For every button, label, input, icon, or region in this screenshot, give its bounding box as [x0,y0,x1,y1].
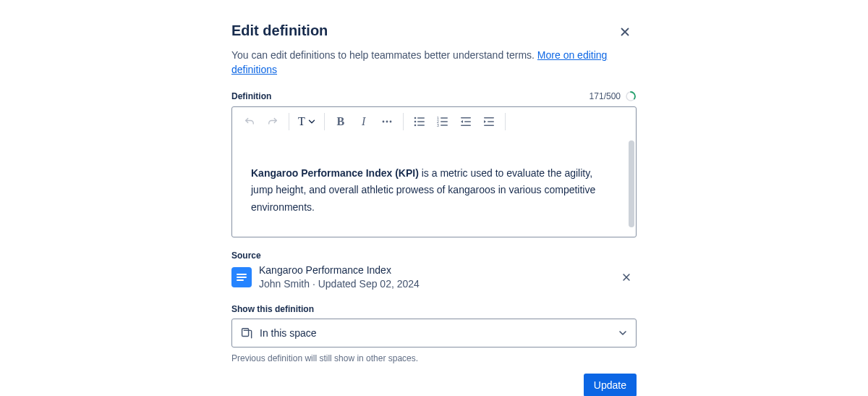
source-title: Kangaroo Performance Index [259,264,609,277]
more-horizontal-icon [381,116,393,127]
indent-button[interactable] [477,110,501,133]
svg-rect-14 [441,121,448,122]
svg-rect-10 [417,125,425,126]
source-meta: John Smith · Updated Sep 02, 2024 [259,277,609,291]
scope-label: Show this definition [231,304,637,314]
text-style-dropdown[interactable]: T [294,110,320,133]
svg-point-4 [389,120,391,122]
redo-icon [266,115,279,128]
edit-definition-dialog: Edit definition You can edit definitions… [231,16,637,396]
scope-helper-text: Previous definition will still show in o… [231,353,637,363]
close-button[interactable] [613,20,637,43]
close-icon [619,26,631,38]
toolbar-separator [403,113,404,130]
outdent-icon [459,115,472,128]
toolbar-separator [324,113,325,130]
dialog-title: Edit definition [231,22,328,39]
svg-rect-16 [441,125,448,126]
svg-rect-23 [242,328,249,336]
svg-rect-18 [464,121,471,122]
svg-point-2 [382,120,384,122]
svg-point-9 [414,124,416,126]
pages-icon [239,327,252,340]
editor-scrollbar[interactable] [629,140,634,227]
more-formatting-button[interactable] [375,110,399,133]
definition-text: Kangaroo Performance Index (KPI) is a me… [251,165,607,216]
svg-point-5 [414,117,416,119]
bullet-list-button[interactable] [408,110,431,133]
bold-icon: B [336,115,344,128]
text-style-icon: T [298,115,305,128]
update-button[interactable]: Update [584,374,637,396]
definition-label: Definition [231,91,271,101]
subtitle-text: You can edit definitions to help teammat… [231,49,537,61]
scope-selected-value: In this space [260,327,610,339]
definition-editor: T B I 123 [231,106,637,237]
dialog-subtitle: You can edit definitions to help teammat… [231,48,637,77]
source-item: Kangaroo Performance Index John Smith · … [231,261,637,292]
svg-point-3 [386,120,388,122]
undo-button[interactable] [238,110,261,133]
svg-point-7 [414,120,416,122]
char-counter-ring-icon [625,90,637,102]
svg-rect-17 [461,117,471,119]
scope-select[interactable]: In this space [231,319,637,347]
svg-rect-19 [461,125,471,126]
remove-source-button[interactable] [616,267,637,287]
chevron-down-icon [617,327,629,339]
chevron-down-icon [307,117,317,127]
document-icon [231,267,252,287]
bullet-list-icon [413,115,426,128]
svg-rect-20 [484,117,494,119]
editor-toolbar: T B I 123 [232,107,636,136]
bold-button[interactable]: B [329,110,352,133]
indent-icon [482,115,495,128]
undo-icon [243,115,256,128]
char-counter-text: 171/500 [590,91,621,101]
svg-rect-21 [488,121,494,122]
svg-rect-6 [417,117,425,119]
italic-button[interactable]: I [352,110,375,133]
source-label: Source [231,250,637,261]
toolbar-separator [289,113,289,130]
svg-rect-12 [441,117,448,119]
close-icon [621,272,631,282]
definition-bold: Kangaroo Performance Index (KPI) [251,167,419,179]
outdent-button[interactable] [454,110,477,133]
char-counter: 171/500 [590,90,637,102]
toolbar-separator [505,113,506,130]
numbered-list-button[interactable]: 123 [431,110,454,133]
definition-textarea[interactable]: Kangaroo Performance Index (KPI) is a me… [232,136,636,237]
italic-icon: I [362,115,365,128]
numbered-list-icon: 123 [436,115,449,128]
svg-rect-22 [484,125,494,126]
svg-rect-8 [417,121,425,122]
svg-text:3: 3 [437,123,439,127]
redo-button[interactable] [261,110,284,133]
